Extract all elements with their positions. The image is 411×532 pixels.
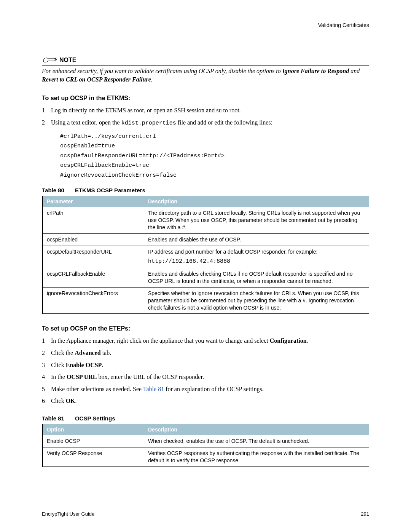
page-header: Validating Certificates	[42, 22, 369, 33]
list-item: 2 Using a text editor, open the kdist.pr…	[42, 118, 369, 184]
table80: Parameter Description crlPath The direct…	[42, 196, 369, 314]
code-block: #crlPath=../keys/current.crl ocspEnabled…	[60, 132, 369, 181]
list-item: 1 In the Appliance manager, right click …	[42, 336, 369, 346]
table-row: ignoreRevocationCheckErrors Specifies wh…	[43, 287, 369, 314]
section1-list: 1 Log in directly on the ETKMS as root, …	[42, 105, 369, 184]
table81-caption: Table 81OCSP Settings	[42, 415, 369, 422]
note-label: NOTE	[59, 57, 76, 64]
note-icon	[42, 56, 57, 64]
table-row: ocspDefaultResponderURL IP address and p…	[43, 246, 369, 268]
list-item: 5 Make other selections as needed. See T…	[42, 384, 369, 394]
note-block: NOTE For enhanced security, if you want …	[42, 56, 369, 83]
footer-page-number: 291	[361, 511, 369, 517]
footer-left: EncrypTight User Guide	[42, 511, 94, 517]
list-item: 2 Click the Advanced tab.	[42, 348, 369, 358]
table81-link[interactable]: Table 81	[143, 386, 164, 392]
table-row: Enable OCSP When checked, enables the us…	[43, 435, 369, 447]
section2-heading: To set up OCSP on the ETEPs:	[42, 325, 369, 332]
note-text: For enhanced security, if you want to va…	[42, 67, 369, 83]
list-item: 4 In the OCSP URL box, enter the URL of …	[42, 372, 369, 382]
table-row: ocspCRLFallbackEnable Enables and disabl…	[43, 268, 369, 287]
table-row: Verify OCSP Response Verifies OCSP respo…	[43, 447, 369, 466]
table81: Option Description Enable OCSP When chec…	[42, 424, 369, 467]
table-header-row: Parameter Description	[43, 196, 369, 207]
header-right-text: Validating Certificates	[318, 22, 369, 28]
table-header-row: Option Description	[43, 424, 369, 435]
section2-list: 1 In the Appliance manager, right click …	[42, 336, 369, 406]
page-footer: EncrypTight User Guide 291	[42, 511, 369, 517]
section1-heading: To set up OCSP in the ETKMS:	[42, 95, 369, 102]
table-row: crlPath The directory path to a CRL stor…	[43, 207, 369, 234]
list-item: 3 Click Enable OCSP.	[42, 360, 369, 370]
table-row: ocspEnabled Enables and disables the use…	[43, 233, 369, 246]
list-item: 6 Click OK.	[42, 396, 369, 406]
table80-caption: Table 80ETKMS OCSP Parameters	[42, 187, 369, 193]
list-item: 1 Log in directly on the ETKMS as root, …	[42, 105, 369, 115]
